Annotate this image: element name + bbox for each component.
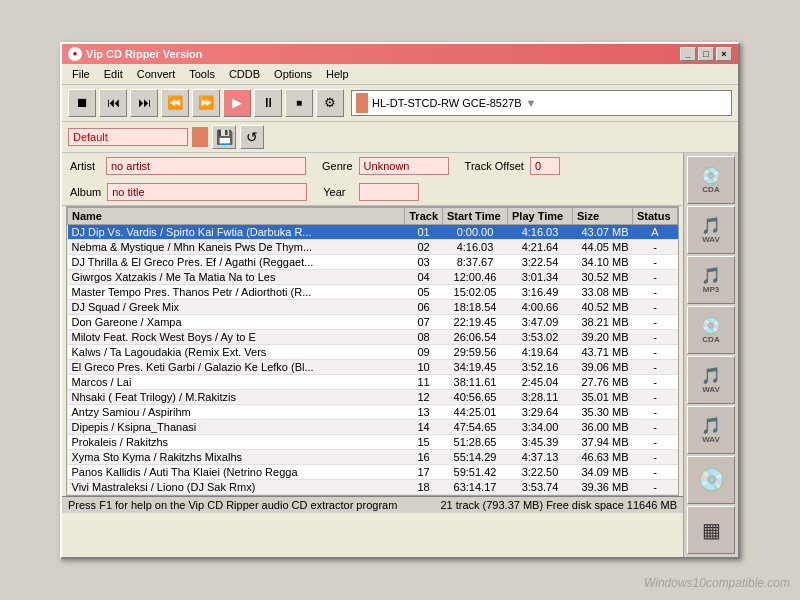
table-cell: 29:59.56 — [443, 344, 508, 359]
sidebar-cda2-button[interactable]: 💿 CDA — [687, 306, 735, 354]
table-row[interactable]: Don Gareone / Xampa0722:19.453:47.0938.2… — [68, 314, 678, 329]
table-row[interactable]: Dipepis / Ksipna_Thanasi1447:54.653:34.0… — [68, 419, 678, 434]
menu-file[interactable]: File — [66, 66, 96, 82]
table-row[interactable]: Giwrgos Xatzakis / Me Ta Matia Na to Les… — [68, 269, 678, 284]
genre-input[interactable] — [359, 157, 449, 175]
table-cell: 35.01 MB — [573, 389, 633, 404]
table-cell: 3:53.02 — [508, 329, 573, 344]
pause-button[interactable]: ⏸ — [254, 89, 282, 117]
prev-button[interactable]: ⏮ — [99, 89, 127, 117]
table-cell: 34:19.45 — [443, 359, 508, 374]
table-cell: Prokaleis / Rakitzhs — [68, 434, 405, 449]
table-row[interactable]: El Greco Pres. Keti Garbi / Galazio Ke L… — [68, 359, 678, 374]
record-button[interactable]: ■ — [285, 89, 313, 117]
wav-label-2: WAV — [702, 385, 720, 394]
table-row[interactable]: Marcos / Lai1138:11.612:45.0427.76 MB- — [68, 374, 678, 389]
table-cell: 47:54.65 — [443, 419, 508, 434]
track-offset-input[interactable] — [530, 157, 560, 175]
table-row[interactable]: Milotv Feat. Rock West Boys / Ay to E082… — [68, 329, 678, 344]
sidebar-wav3-button[interactable]: 🎵 WAV — [687, 406, 735, 454]
sidebar-cda1-button[interactable]: 💿 CDA — [687, 156, 735, 204]
meta-row-1: Artist Genre Track Offset — [62, 153, 683, 179]
col-play[interactable]: Play Time — [508, 207, 573, 224]
right-sidebar: 💿 CDA 🎵 WAV 🎵 MP3 💿 CDA — [683, 153, 738, 557]
table-cell: DJ Squad / Greek Mix — [68, 299, 405, 314]
status-bar: Press F1 for help on the Vip CD Ripper a… — [62, 496, 683, 513]
col-name[interactable]: Name — [68, 207, 405, 224]
sidebar-mp3-button[interactable]: 🎵 MP3 — [687, 256, 735, 304]
table-row[interactable]: DJ Thrilla & El Greco Pres. Ef / Agathi … — [68, 254, 678, 269]
artist-input[interactable] — [106, 157, 306, 175]
table-row[interactable]: Xyma Sto Kyma / Rakitzhs Mixalhs1655:14.… — [68, 449, 678, 464]
sidebar-wav1-button[interactable]: 🎵 WAV — [687, 206, 735, 254]
play-button[interactable]: ▶ — [223, 89, 251, 117]
table-cell: 3:34.00 — [508, 419, 573, 434]
table-row[interactable]: Antzy Samiou / Aspirihm1344:25.013:29.64… — [68, 404, 678, 419]
title-buttons: _ □ × — [680, 47, 732, 61]
col-track[interactable]: Track — [405, 207, 443, 224]
sidebar-grid-button[interactable]: ▦ — [687, 506, 735, 554]
menu-help[interactable]: Help — [320, 66, 355, 82]
drive-field: HL-DT-STCD-RW GCE-8527B ▼ — [351, 90, 732, 116]
table-row[interactable]: Nhsaki ( Feat Trilogy) / M.Rakitzis1240:… — [68, 389, 678, 404]
col-size[interactable]: Size — [573, 207, 633, 224]
table-cell: - — [633, 464, 678, 479]
table-cell: - — [633, 434, 678, 449]
album-input[interactable] — [107, 183, 307, 201]
table-row[interactable]: DJ Squad / Greek Mix0618:18.544:00.6640.… — [68, 299, 678, 314]
table-cell: 14 — [405, 419, 443, 434]
track-table: Name Track Start Time Play Time Size Sta… — [67, 207, 678, 495]
stop-button[interactable]: ⏹ — [68, 89, 96, 117]
col-start[interactable]: Start Time — [443, 207, 508, 224]
table-cell: - — [633, 479, 678, 494]
table-cell: - — [633, 284, 678, 299]
refresh-button[interactable]: ↺ — [240, 125, 264, 149]
table-cell: Milotv Feat. Rock West Boys / Ay to E — [68, 329, 405, 344]
table-cell: 51:28.65 — [443, 434, 508, 449]
table-row[interactable]: Panos Kallidis / Auti Tha Klaiei (Netrin… — [68, 464, 678, 479]
table-row[interactable]: DJ Dip Vs. Vardis / Spirto Kai Fwtia (Da… — [68, 224, 678, 239]
menu-tools[interactable]: Tools — [183, 66, 221, 82]
table-cell: 08 — [405, 329, 443, 344]
table-cell: Giwrgos Xatzakis / Me Ta Matia Na to Les — [68, 269, 405, 284]
table-row[interactable]: Kalws / Ta Lagoudakia (Remix Ext. Vers09… — [68, 344, 678, 359]
table-cell: 4:16.03 — [508, 224, 573, 239]
maximize-button[interactable]: □ — [698, 47, 714, 61]
col-status[interactable]: Status — [633, 207, 678, 224]
profile-input[interactable] — [68, 128, 188, 146]
table-cell: 34.09 MB — [573, 464, 633, 479]
table-cell: 55:14.29 — [443, 449, 508, 464]
sidebar-cd-button[interactable]: 💿 — [687, 456, 735, 504]
table-row[interactable]: Nebma & Mystique / Mhn Kaneis Pws De Thy… — [68, 239, 678, 254]
table-cell: 0:00.00 — [443, 224, 508, 239]
year-input[interactable] — [359, 183, 419, 201]
settings-button[interactable]: ⚙ — [316, 89, 344, 117]
table-cell: 43.71 MB — [573, 344, 633, 359]
table-cell: 4:21.64 — [508, 239, 573, 254]
track-table-container[interactable]: Name Track Start Time Play Time Size Sta… — [66, 206, 679, 496]
menu-cddb[interactable]: CDDB — [223, 66, 266, 82]
table-cell: 09 — [405, 344, 443, 359]
table-cell: 04 — [405, 269, 443, 284]
menu-edit[interactable]: Edit — [98, 66, 129, 82]
next-button[interactable]: ⏭ — [130, 89, 158, 117]
table-cell: 27.76 MB — [573, 374, 633, 389]
close-button[interactable]: × — [716, 47, 732, 61]
rewind-button[interactable]: ⏪ — [161, 89, 189, 117]
forward-button[interactable]: ⏩ — [192, 89, 220, 117]
table-row[interactable]: Prokaleis / Rakitzhs1551:28.653:45.3937.… — [68, 434, 678, 449]
table-cell: 15 — [405, 434, 443, 449]
menu-convert[interactable]: Convert — [131, 66, 182, 82]
table-cell: - — [633, 344, 678, 359]
save-profile-button[interactable]: 💾 — [212, 125, 236, 149]
minimize-button[interactable]: _ — [680, 47, 696, 61]
table-cell: 46.63 MB — [573, 449, 633, 464]
wav-icon-2: 🎵 — [701, 366, 721, 385]
sidebar-wav2-button[interactable]: 🎵 WAV — [687, 356, 735, 404]
table-row[interactable]: Vivi Mastraleksi / Liono (DJ Sak Rmx)186… — [68, 479, 678, 494]
window-title: Vip CD Ripper Version — [86, 48, 203, 60]
table-cell: 16 — [405, 449, 443, 464]
menu-options[interactable]: Options — [268, 66, 318, 82]
table-cell: Dipepis / Ksipna_Thanasi — [68, 419, 405, 434]
table-row[interactable]: Master Tempo Pres. Thanos Petr / Adiorth… — [68, 284, 678, 299]
